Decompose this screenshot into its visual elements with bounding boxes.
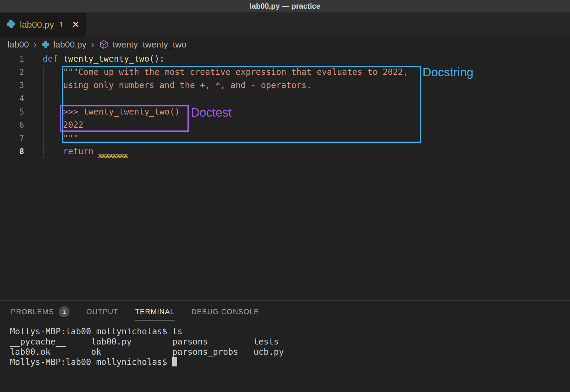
- code-text: >>> twenty_twenty_two(): [43, 105, 180, 118]
- panel-tab-debug-console[interactable]: DEBUG CONSOLE: [191, 301, 259, 323]
- panel-tab-label: DEBUG CONSOLE: [191, 308, 259, 316]
- code-line-2[interactable]: 2 """Come up with the most creative expr…: [0, 66, 570, 79]
- line-number: 3: [0, 79, 24, 92]
- bottom-panel: PROBLEMS1OUTPUTTERMINALDEBUG CONSOLE Mol…: [0, 300, 570, 392]
- python-icon: [6, 19, 16, 30]
- code-line-5[interactable]: 5 >>> twenty_twenty_two(): [0, 105, 570, 118]
- terminal-cursor: [172, 357, 177, 366]
- breadcrumb-label: lab00.py: [53, 40, 86, 50]
- breadcrumb-item-lab00[interactable]: lab00: [8, 40, 29, 50]
- symbol-method-icon: [99, 39, 109, 50]
- line-number: 1: [0, 52, 24, 66]
- code-text: """Come up with the most creative expres…: [43, 66, 408, 79]
- code-line-1[interactable]: 1def twenty_twenty_two():: [0, 52, 570, 66]
- breadcrumb: lab00›lab00.py›twenty_twenty_two: [0, 37, 570, 52]
- panel-tab-label: TERMINAL: [135, 308, 175, 316]
- breadcrumb-label: twenty_twenty_two: [113, 40, 186, 50]
- tab-label: lab00.py: [20, 20, 54, 30]
- line-number: 6: [0, 118, 24, 132]
- docstring-annotation-label: Docstring: [423, 66, 473, 79]
- editor-lines: 1def twenty_twenty_two():2 """Come up wi…: [0, 52, 570, 158]
- code-line-8[interactable]: 8 return: [0, 145, 570, 158]
- warning-squiggle: [98, 146, 128, 158]
- breadcrumb-item-twenty_twenty_two[interactable]: twenty_twenty_two: [99, 39, 186, 50]
- close-icon[interactable]: ✕: [72, 20, 79, 29]
- chevron-right-icon: ›: [33, 39, 37, 49]
- chevron-right-icon: ›: [91, 39, 94, 49]
- terminal[interactable]: Mollys-MBP:lab00 mollynicholas$ ls__pyca…: [0, 323, 570, 367]
- tab-modified-badge: 1: [59, 20, 64, 29]
- panel-tab-output[interactable]: OUTPUT: [86, 301, 118, 323]
- line-number: 4: [0, 92, 24, 105]
- breadcrumb-item-lab00.py[interactable]: lab00.py: [41, 40, 86, 50]
- code-line-3[interactable]: 3 using only numbers and the +, *, and -…: [0, 79, 570, 92]
- problems-count-badge: 1: [59, 306, 70, 317]
- line-number: 5: [0, 105, 24, 118]
- doctest-annotation-label: Doctest: [191, 106, 232, 119]
- tab-bar: lab00.py 1 ✕: [0, 13, 570, 37]
- panel-tab-label: OUTPUT: [86, 308, 118, 316]
- terminal-line: Mollys-MBP:lab00 mollynicholas$: [10, 357, 570, 367]
- code-text: def twenty_twenty_two():: [43, 52, 165, 66]
- terminal-line: lab00.ok ok parsons_probs ucb.py: [10, 347, 570, 357]
- titlebar: lab00.py — practice: [0, 0, 570, 13]
- window-title: lab00.py — practice: [250, 2, 321, 11]
- code-text: 2022: [43, 118, 83, 132]
- code-text: return: [43, 145, 128, 158]
- breadcrumb-label: lab00: [8, 40, 29, 50]
- line-number: 8: [0, 145, 24, 158]
- code-editor[interactable]: 1def twenty_twenty_two():2 """Come up wi…: [0, 52, 570, 300]
- panel-tab-problems[interactable]: PROBLEMS1: [11, 301, 70, 323]
- panel-tab-label: PROBLEMS: [11, 308, 54, 316]
- code-line-4[interactable]: 4: [0, 92, 570, 105]
- vscode-window: lab00.py — practice lab00.py 1 ✕ lab00›l…: [0, 0, 570, 392]
- line-number: 2: [0, 66, 24, 79]
- python-icon: [41, 40, 50, 49]
- terminal-line: Mollys-MBP:lab00 mollynicholas$ ls: [10, 326, 570, 337]
- code-text: using only numbers and the +, *, and - o…: [43, 79, 311, 92]
- line-number: 7: [0, 132, 24, 145]
- code-line-6[interactable]: 6 2022: [0, 118, 570, 132]
- code-line-7[interactable]: 7 """: [0, 132, 570, 145]
- code-text: """: [43, 132, 78, 145]
- terminal-line: __pycache__ lab00.py parsons tests: [10, 337, 570, 347]
- tab-lab00-py[interactable]: lab00.py 1 ✕: [0, 13, 86, 37]
- panel-tab-bar: PROBLEMS1OUTPUTTERMINALDEBUG CONSOLE: [0, 301, 570, 323]
- panel-tab-terminal[interactable]: TERMINAL: [135, 301, 175, 323]
